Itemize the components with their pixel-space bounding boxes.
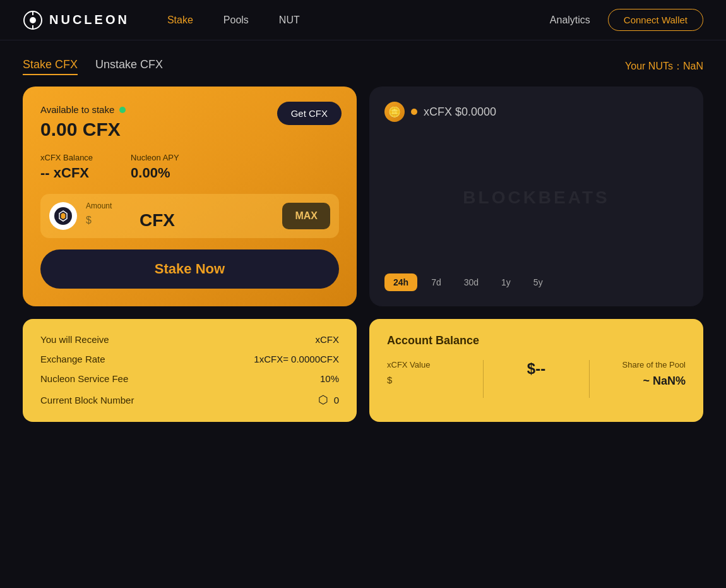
account-card: Account Balance xCFX Value $ $-- Share o… — [369, 319, 703, 422]
tab-stake-cfx[interactable]: Stake CFX — [23, 58, 78, 75]
xcfx-value-large-col: $-- — [484, 360, 590, 378]
online-indicator — [119, 107, 126, 113]
xcfx-price: xCFX $0.0000 — [424, 105, 496, 119]
analytics-link[interactable]: Analytics — [550, 15, 590, 26]
share-col: Share of the Pool ~ NaN% — [590, 360, 686, 388]
dollar-sign: $ — [86, 215, 92, 226]
share-value: ~ NaN% — [600, 375, 686, 388]
xcfx-coin-icon: 🪙 — [384, 102, 405, 122]
xcfx-value-col: xCFX Value $ — [387, 360, 483, 385]
block-number: 0 — [334, 395, 339, 405]
nav-right: Analytics Connect Wallet — [550, 9, 703, 31]
amount-input-inner: Amount $ CFX — [86, 201, 273, 231]
xcfx-balance-value: -- xCFX — [40, 165, 89, 181]
receive-value: xCFX — [316, 334, 340, 345]
chart-card: 🪙 xCFX $0.0000 BLOCKBEATS 24h 7d 30d 1y … — [369, 87, 703, 306]
page-tabs: Stake CFX Unstake CFX Your NUTs：NaN — [0, 40, 726, 87]
nav-links: Stake Pools NUT — [167, 15, 550, 26]
fee-label: Nucleon Service Fee — [40, 373, 128, 384]
exchange-label: Exchange Rate — [40, 354, 105, 364]
apy-label: Nucleon APY — [131, 153, 179, 162]
main-grid: Available to stake Get CFX 0.00 CFX xCFX… — [0, 87, 726, 319]
time-filter-24h[interactable]: 24h — [384, 273, 417, 291]
xcfx-value-label: xCFX Value — [387, 360, 473, 369]
chart-area: BLOCKBEATS — [384, 132, 688, 263]
apy-value: 0.00% — [131, 165, 170, 181]
connect-wallet-button[interactable]: Connect Wallet — [608, 9, 703, 31]
info-card: You will Receive xCFX Exchange Rate 1xCF… — [23, 319, 357, 422]
bottom-grid: You will Receive xCFX Exchange Rate 1xCF… — [0, 319, 726, 445]
get-cfx-button[interactable]: Get CFX — [277, 102, 342, 125]
cfx-logo-icon — [57, 210, 69, 222]
xcfx-value-small: $ — [387, 375, 473, 385]
nav-stake[interactable]: Stake — [167, 15, 193, 26]
fee-value: 10% — [320, 373, 339, 384]
tab-unstake-cfx[interactable]: Unstake CFX — [95, 58, 163, 75]
logo: NUCLEON — [23, 10, 129, 30]
nuts-value: NaN — [683, 61, 703, 71]
amount-input[interactable] — [97, 210, 134, 231]
account-title: Account Balance — [387, 334, 686, 347]
logo-icon — [23, 10, 43, 30]
chart-watermark: BLOCKBEATS — [463, 188, 609, 208]
amount-label: Amount — [86, 201, 273, 210]
currency-label: CFX — [140, 210, 175, 231]
info-row-receive: You will Receive xCFX — [40, 334, 339, 345]
svg-point-1 — [30, 17, 36, 23]
balance-row: xCFX Balance -- xCFX Nucleon APY 0.00% — [40, 153, 339, 181]
amount-input-row: Amount $ CFX MAX — [40, 194, 339, 238]
tab-group: Stake CFX Unstake CFX — [23, 58, 163, 75]
max-button[interactable]: MAX — [282, 203, 330, 229]
nuts-label: Your NUTs： — [625, 61, 683, 71]
cfx-icon — [49, 202, 77, 230]
time-filter-7d[interactable]: 7d — [422, 273, 450, 291]
block-label: Current Block Number — [40, 395, 134, 405]
time-filter-1y[interactable]: 1y — [492, 273, 520, 291]
chart-header: 🪙 xCFX $0.0000 — [384, 102, 688, 122]
xcfx-value-large: $-- — [494, 360, 580, 378]
time-filters: 24h 7d 30d 1y 5y — [384, 273, 688, 291]
share-label: Share of the Pool — [600, 360, 686, 369]
receive-label: You will Receive — [40, 334, 109, 345]
time-filter-5y[interactable]: 5y — [525, 273, 552, 291]
nav-pools[interactable]: Pools — [223, 15, 249, 26]
apy-col: Nucleon APY 0.00% — [131, 153, 179, 181]
amount-value-row: $ CFX — [86, 210, 273, 231]
nuts-display: Your NUTs：NaN — [625, 60, 703, 73]
exchange-value: 1xCFX= 0.0000CFX — [254, 354, 339, 364]
navbar: NUCLEON Stake Pools NUT Analytics Connec… — [0, 0, 726, 40]
time-filter-30d[interactable]: 30d — [455, 273, 487, 291]
available-text: Available to stake — [40, 104, 114, 115]
xcfx-balance-label: xCFX Balance — [40, 153, 93, 162]
logo-text: NUCLEON — [49, 13, 129, 27]
stake-now-button[interactable]: Stake Now — [40, 249, 339, 289]
block-value: ⬡ 0 — [318, 393, 339, 407]
stake-card: Available to stake Get CFX 0.00 CFX xCFX… — [23, 87, 357, 306]
cfx-icon-inner — [54, 207, 72, 225]
nav-nut[interactable]: NUT — [279, 15, 300, 26]
xcfx-balance-col: xCFX Balance -- xCFX — [40, 153, 93, 181]
info-row-block: Current Block Number ⬡ 0 — [40, 393, 339, 407]
info-row-exchange: Exchange Rate 1xCFX= 0.0000CFX — [40, 354, 339, 364]
account-stats: xCFX Value $ $-- Share of the Pool ~ NaN… — [387, 360, 686, 398]
info-row-fee: Nucleon Service Fee 10% — [40, 373, 339, 384]
xcfx-dot — [411, 109, 417, 115]
block-icon: ⬡ — [318, 393, 328, 406]
